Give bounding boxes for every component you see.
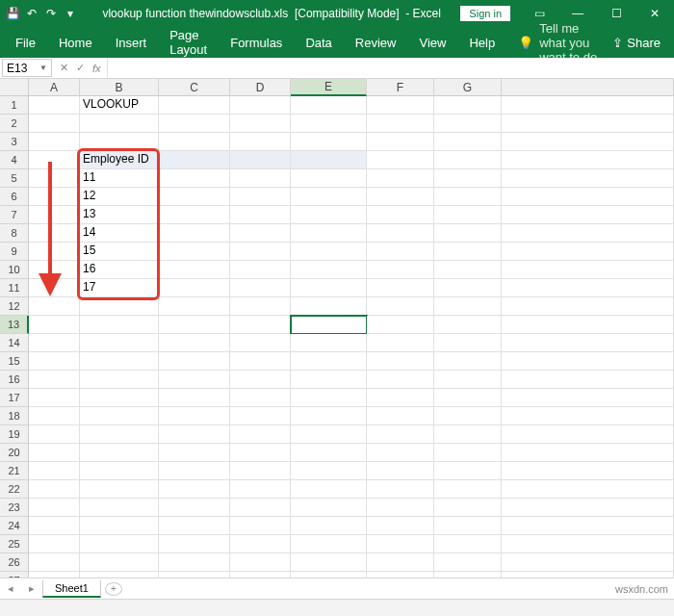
- cell-D3[interactable]: [230, 133, 291, 151]
- column-header-G[interactable]: G: [434, 79, 502, 96]
- cell-D1[interactable]: [230, 96, 291, 115]
- cell-E24[interactable]: [291, 517, 367, 535]
- cell-F14[interactable]: [367, 334, 434, 352]
- cell-E2[interactable]: [291, 115, 367, 133]
- row-header-21[interactable]: 21: [0, 462, 29, 480]
- cell-C23[interactable]: [159, 499, 230, 517]
- row-header-13[interactable]: 13: [0, 316, 29, 334]
- cell-C11[interactable]: [159, 279, 230, 297]
- cell-F16[interactable]: [367, 371, 434, 389]
- cell-A6[interactable]: [29, 188, 80, 206]
- column-header-E[interactable]: E: [291, 79, 367, 96]
- cell-G6[interactable]: [434, 188, 502, 206]
- cell-G4[interactable]: [434, 151, 502, 169]
- cell-C2[interactable]: [159, 115, 230, 133]
- tab-file[interactable]: File: [4, 27, 47, 58]
- cell-E19[interactable]: [291, 425, 367, 444]
- cell-C20[interactable]: [159, 444, 230, 462]
- cell-F20[interactable]: [367, 444, 434, 462]
- share-button[interactable]: ⇪ Share: [603, 36, 670, 50]
- cell-A2[interactable]: [29, 115, 80, 133]
- row-header-27[interactable]: 27: [0, 572, 29, 578]
- cell-D20[interactable]: [230, 444, 291, 462]
- sheet-nav-next-icon[interactable]: ▸: [21, 582, 42, 595]
- cell-A19[interactable]: [29, 425, 80, 444]
- cell-A8[interactable]: [29, 224, 80, 243]
- cell-B19[interactable]: [80, 425, 159, 444]
- cell-E26[interactable]: [291, 553, 367, 572]
- cell-C6[interactable]: [159, 188, 230, 206]
- cell-B6[interactable]: 12: [80, 188, 159, 206]
- new-sheet-button[interactable]: +: [105, 582, 122, 596]
- cell-C5[interactable]: [159, 169, 230, 188]
- tab-home[interactable]: Home: [47, 27, 104, 58]
- cell-B9[interactable]: 15: [80, 243, 159, 261]
- cell-B10[interactable]: 16: [80, 261, 159, 279]
- cell-E10[interactable]: [291, 261, 367, 279]
- row-header-23[interactable]: 23: [0, 499, 29, 517]
- tab-page-layout[interactable]: Page Layout: [158, 27, 219, 58]
- cell-E23[interactable]: [291, 499, 367, 517]
- cell-C12[interactable]: [159, 297, 230, 316]
- cell-G20[interactable]: [434, 444, 502, 462]
- cell-B26[interactable]: [80, 553, 159, 572]
- column-header-D[interactable]: D: [230, 79, 291, 96]
- cell-G5[interactable]: [434, 169, 502, 188]
- cell-D16[interactable]: [230, 371, 291, 389]
- cell-G7[interactable]: [434, 206, 502, 224]
- cell-C18[interactable]: [159, 407, 230, 425]
- cell-B3[interactable]: [80, 133, 159, 151]
- cell-B11[interactable]: 17: [80, 279, 159, 297]
- cell-D17[interactable]: [230, 389, 291, 407]
- name-box-dropdown-icon[interactable]: ▼: [39, 64, 47, 72]
- name-box[interactable]: E13 ▼: [2, 59, 52, 77]
- cell-E12[interactable]: [291, 297, 367, 316]
- cell-B25[interactable]: [80, 535, 159, 553]
- cell-F6[interactable]: [367, 188, 434, 206]
- row-header-8[interactable]: 8: [0, 224, 29, 243]
- cell-A18[interactable]: [29, 407, 80, 425]
- cell-C1[interactable]: [159, 96, 230, 115]
- cell-G11[interactable]: [434, 279, 502, 297]
- cell-C14[interactable]: [159, 334, 230, 352]
- cell-A21[interactable]: [29, 462, 80, 480]
- cell-E15[interactable]: [291, 352, 367, 371]
- row-header-16[interactable]: 16: [0, 371, 29, 389]
- cell-G2[interactable]: [434, 115, 502, 133]
- cell-F17[interactable]: [367, 389, 434, 407]
- cell-A4[interactable]: [29, 151, 80, 169]
- cell-E22[interactable]: [291, 480, 367, 499]
- cell-G12[interactable]: [434, 297, 502, 316]
- cell-E25[interactable]: [291, 535, 367, 553]
- cell-C4[interactable]: [159, 151, 230, 169]
- cell-E14[interactable]: [291, 334, 367, 352]
- cell-D4[interactable]: [230, 151, 291, 169]
- cell-G26[interactable]: [434, 553, 502, 572]
- cell-D8[interactable]: [230, 224, 291, 243]
- cell-A22[interactable]: [29, 480, 80, 499]
- cell-D14[interactable]: [230, 334, 291, 352]
- cell-F24[interactable]: [367, 517, 434, 535]
- cell-A3[interactable]: [29, 133, 80, 151]
- enter-icon[interactable]: ✓: [76, 62, 85, 74]
- cell-D15[interactable]: [230, 352, 291, 371]
- select-all-corner[interactable]: [0, 79, 29, 96]
- cell-E4[interactable]: [291, 151, 367, 169]
- cell-G9[interactable]: [434, 243, 502, 261]
- tab-help[interactable]: Help: [457, 27, 506, 58]
- cell-F3[interactable]: [367, 133, 434, 151]
- cell-F13[interactable]: [367, 316, 434, 334]
- sheet-tab-sheet1[interactable]: Sheet1: [42, 580, 101, 598]
- cell-F19[interactable]: [367, 425, 434, 444]
- fx-icon[interactable]: fx: [92, 63, 101, 74]
- cell-F15[interactable]: [367, 352, 434, 371]
- redo-icon[interactable]: ↷: [44, 7, 58, 20]
- cell-A17[interactable]: [29, 389, 80, 407]
- row-header-1[interactable]: 1: [0, 96, 29, 115]
- tab-view[interactable]: View: [407, 27, 457, 58]
- cell-E16[interactable]: [291, 371, 367, 389]
- cell-D7[interactable]: [230, 206, 291, 224]
- cell-B14[interactable]: [80, 334, 159, 352]
- cell-G3[interactable]: [434, 133, 502, 151]
- cell-F7[interactable]: [367, 206, 434, 224]
